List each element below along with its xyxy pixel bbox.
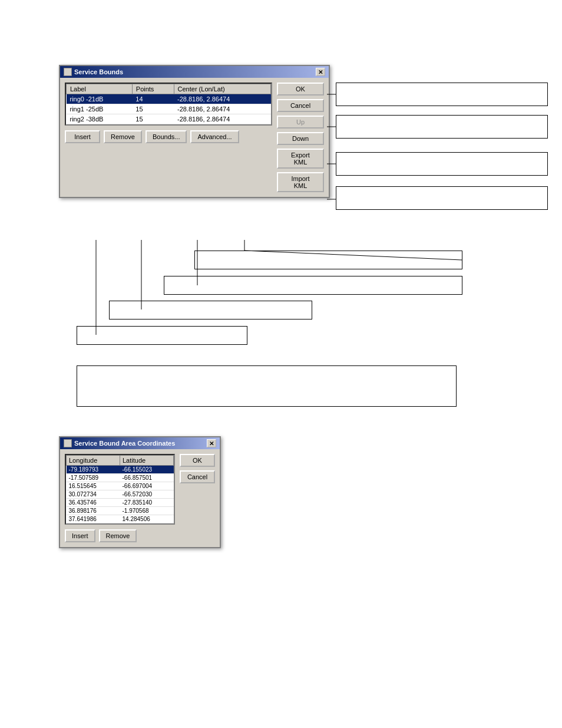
cell-points: 15: [132, 114, 174, 124]
cell-lon: 30.072734: [67, 490, 120, 499]
bounds-table: Label Points Center (Lon/Lat) ring0 -21d…: [66, 84, 271, 124]
coordinates-dialog: Service Bound Area Coordinates ✕ Longitu…: [59, 436, 221, 548]
coord-table-row[interactable]: 30.072734 -66.572030: [67, 490, 174, 499]
coord-table-row[interactable]: 16.515645 -66.697004: [67, 482, 174, 490]
coord-table-container[interactable]: Longitude Latitude -79.189793 -66.155023…: [65, 454, 175, 525]
cell-center: -28.8186, 2.86474: [174, 94, 270, 104]
bounds-table-row[interactable]: ring0 -21dB 14 -28.8186, 2.86474: [67, 94, 271, 104]
annotation-box-8: [77, 326, 247, 345]
cell-lon: -17.507589: [67, 474, 120, 482]
cancel-button[interactable]: Cancel: [277, 99, 324, 112]
coord-table-area: Longitude Latitude -79.189793 -66.155023…: [65, 454, 175, 542]
coord-bottom-buttons: Insert Remove: [65, 529, 175, 542]
coord-insert-button[interactable]: Insert: [65, 529, 95, 542]
bounds-button[interactable]: Bounds...: [146, 130, 187, 143]
cell-lon: -79.189793: [67, 466, 120, 474]
coord-close-button[interactable]: ✕: [207, 439, 216, 447]
table-area: Label Points Center (Lon/Lat) ring0 -21d…: [65, 83, 272, 192]
coord-table-row[interactable]: -79.189793 -66.155023: [67, 466, 174, 474]
insert-button[interactable]: Insert: [65, 130, 100, 143]
dialog-body: Label Points Center (Lon/Lat) ring0 -21d…: [60, 78, 329, 197]
bounds-table-row[interactable]: ring2 -38dB 15 -28.8186, 2.86474: [67, 114, 271, 124]
cell-lat: -66.572030: [120, 490, 174, 499]
coord-dialog-title: Service Bound Area Coordinates: [74, 440, 175, 447]
annotation-box-6: [164, 276, 462, 295]
right-buttons: OK Cancel Up Down Export KML Import KML: [277, 83, 324, 192]
dialog-titlebar[interactable]: Service Bounds ✕: [60, 66, 329, 78]
cell-lon: 37.641986: [67, 515, 120, 523]
dialog-title: Service Bounds: [74, 68, 123, 75]
coord-cancel-button[interactable]: Cancel: [180, 470, 215, 483]
bounds-table-container: Label Points Center (Lon/Lat) ring0 -21d…: [65, 83, 272, 126]
window-icon: [64, 68, 72, 76]
col-points: Points: [132, 84, 174, 94]
coord-table-row[interactable]: 37.641986 14.284506: [67, 515, 174, 523]
coord-dialog-body: Longitude Latitude -79.189793 -66.155023…: [60, 449, 220, 547]
bounds-table-row[interactable]: ring1 -25dB 15 -28.8186, 2.86474: [67, 104, 271, 114]
coord-right-buttons: OK Cancel: [180, 454, 215, 542]
cell-center: -28.8186, 2.86474: [174, 114, 270, 124]
cell-lon: 36.898176: [67, 507, 120, 515]
import-kml-button[interactable]: Import KML: [277, 172, 324, 192]
remove-button[interactable]: Remove: [104, 130, 142, 143]
advanced-button[interactable]: Advanced...: [190, 130, 239, 143]
annotation-box-1: [336, 83, 548, 106]
service-bounds-dialog: Service Bounds ✕ Label Points Center (Lo…: [59, 65, 330, 198]
bottom-buttons: Insert Remove Bounds... Advanced...: [65, 130, 272, 143]
col-longitude: Longitude: [67, 456, 120, 466]
cell-lat: -66.857501: [120, 474, 174, 482]
annotation-box-7: [109, 301, 312, 319]
col-latitude: Latitude: [120, 456, 174, 466]
col-label: Label: [67, 84, 133, 94]
coord-ok-button[interactable]: OK: [180, 454, 215, 467]
coord-dialog-titlebar[interactable]: Service Bound Area Coordinates ✕: [60, 437, 220, 449]
cell-points: 14: [132, 94, 174, 104]
coord-window-icon: [64, 439, 72, 447]
coord-remove-button[interactable]: Remove: [99, 529, 137, 542]
cell-lat: -27.835140: [120, 499, 174, 507]
cell-lon: 36.435746: [67, 499, 120, 507]
cell-lat: -1.970568: [120, 507, 174, 515]
annotation-box-2: [336, 115, 548, 139]
cell-lat: -66.155023: [120, 466, 174, 474]
cell-points: 15: [132, 104, 174, 114]
cell-label: ring0 -21dB: [67, 94, 133, 104]
annotation-box-4: [336, 186, 548, 210]
coord-table-row[interactable]: 36.435746 -27.835140: [67, 499, 174, 507]
coord-table: Longitude Latitude -79.189793 -66.155023…: [66, 455, 174, 523]
cell-center: -28.8186, 2.86474: [174, 104, 270, 114]
middle-annotation-box: [77, 365, 457, 407]
cell-lat: 14.284506: [120, 515, 174, 523]
col-center: Center (Lon/Lat): [174, 84, 270, 94]
cell-lon: 16.515645: [67, 482, 120, 490]
down-button[interactable]: Down: [277, 132, 324, 145]
export-kml-button[interactable]: Export KML: [277, 149, 324, 169]
cell-lat: -66.697004: [120, 482, 174, 490]
annotation-box-3: [336, 152, 548, 176]
ok-button[interactable]: OK: [277, 83, 324, 95]
cell-label: ring1 -25dB: [67, 104, 133, 114]
coord-table-row[interactable]: 36.898176 -1.970568: [67, 507, 174, 515]
up-button[interactable]: Up: [277, 116, 324, 129]
annotation-box-5: [194, 251, 462, 269]
close-button[interactable]: ✕: [316, 68, 325, 76]
cell-label: ring2 -38dB: [67, 114, 133, 124]
coord-table-row[interactable]: -17.507589 -66.857501: [67, 474, 174, 482]
